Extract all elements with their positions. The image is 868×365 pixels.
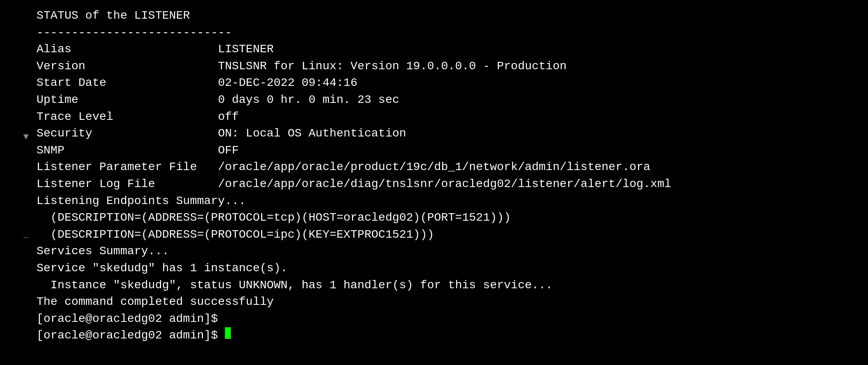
prompt-text-2: [oracle@oracledg02 admin]$ [37,327,225,344]
prompt-line-2[interactable]: [oracle@oracledg02 admin]$ [37,327,860,344]
param-file-line: Listener Parameter File /oracle/app/orac… [37,159,860,176]
separator-text: ---------------------------- [37,24,232,41]
cursor [225,327,231,339]
uptime-line: Uptime 0 days 0 hr. 0 min. 23 sec [37,92,860,109]
instance-text: Instance "skedudg", status UNKNOWN, has … [37,277,553,294]
snmp-label: SNMP [37,142,218,159]
param-file-label: Listener Parameter File [37,159,218,176]
scroll-indicator: ▼ … [23,131,29,243]
endpoint-ipc-line: (DESCRIPTION=(ADDRESS=(PROTOCOL=ipc)(KEY… [37,226,860,243]
tracelevel-label: Trace Level [37,109,218,126]
separator-line: ---------------------------- [37,24,860,41]
uptime-label: Uptime [37,92,218,109]
heading-line: STATUS of the LISTENER [37,7,860,24]
param-file-value: /oracle/app/oracle/product/19c/db_1/netw… [218,159,650,176]
log-file-value: /oracle/app/oracle/diag/tnslsnr/oracledg… [218,176,671,193]
alias-line: Alias LISTENER [37,41,860,58]
tracelevel-value: off [218,109,239,126]
completed-text: The command completed successfully [37,294,274,311]
security-value: ON: Local OS Authentication [218,125,406,142]
snmp-value: OFF [218,142,239,159]
prompt-line-1[interactable]: [oracle@oracledg02 admin]$ [37,311,860,328]
heading-text: STATUS of the LISTENER [37,7,211,24]
terminal-window: ▼ … STATUS of the LISTENER -------------… [21,4,868,365]
endpoint-tcp-text: (DESCRIPTION=(ADDRESS=(PROTOCOL=tcp)(HOS… [37,209,511,226]
prompt-text-1: [oracle@oracledg02 admin]$ [37,311,225,328]
uptime-value: 0 days 0 hr. 0 min. 23 sec [218,92,399,109]
endpoint-tcp-line: (DESCRIPTION=(ADDRESS=(PROTOCOL=tcp)(HOS… [37,209,860,226]
security-label: Security [37,125,218,142]
log-file-label: Listener Log File [37,176,218,193]
startdate-line: Start Date 02-DEC-2022 09:44:16 [37,75,860,92]
services-summary-text: Services Summary... [37,243,169,260]
version-label: Version [37,58,218,75]
completed-line: The command completed successfully [37,294,860,311]
tracelevel-line: Trace Level off [37,109,860,126]
services-summary-line: Services Summary... [37,243,860,260]
alias-value: LISTENER [218,41,274,58]
startdate-label: Start Date [37,75,218,92]
log-file-line: Listener Log File /oracle/app/oracle/dia… [37,176,860,193]
snmp-line: SNMP OFF [37,142,860,159]
version-line: Version TNSLSNR for Linux: Version 19.0.… [37,58,860,75]
endpoints-summary-line: Listening Endpoints Summary... [37,193,860,210]
version-value: TNSLSNR for Linux: Version 19.0.0.0.0 - … [218,58,567,75]
service-text: Service "skedudg" has 1 instance(s). [37,260,288,277]
alias-label: Alias [37,41,218,58]
endpoints-summary-text: Listening Endpoints Summary... [37,193,246,210]
endpoint-ipc-text: (DESCRIPTION=(ADDRESS=(PROTOCOL=ipc)(KEY… [37,226,434,243]
security-line: Security ON: Local OS Authentication [37,125,860,142]
startdate-value: 02-DEC-2022 09:44:16 [218,75,357,92]
instance-line: Instance "skedudg", status UNKNOWN, has … [37,277,860,294]
service-line: Service "skedudg" has 1 instance(s). [37,260,860,277]
